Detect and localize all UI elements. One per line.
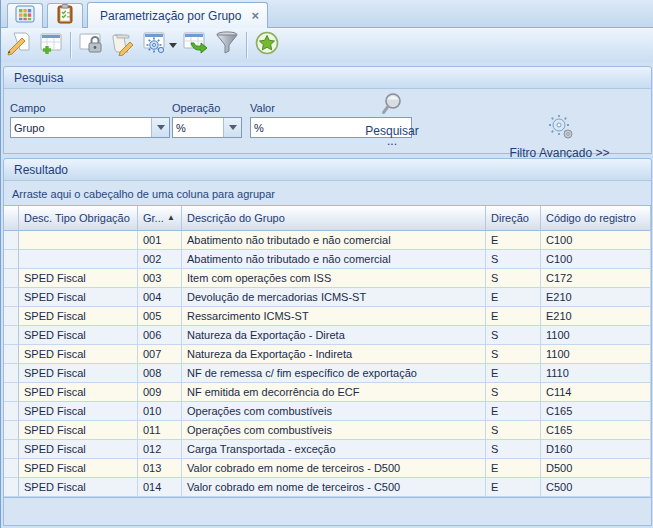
- table-row[interactable]: SPED Fiscal 014 Valor cobrado em nome de…: [4, 478, 651, 497]
- cell-codigo[interactable]: C165: [541, 402, 651, 421]
- cell-descricao[interactable]: Operações com combustíveis: [182, 421, 486, 440]
- cell-grupo[interactable]: 009: [138, 383, 182, 402]
- row-indicator-cell[interactable]: [4, 231, 19, 250]
- cell-direcao[interactable]: E: [486, 459, 541, 478]
- cell-descricao[interactable]: NF emitida em decorrência do ECF: [182, 383, 486, 402]
- table-row[interactable]: SPED Fiscal 012 Carga Transportada - exc…: [4, 440, 651, 459]
- campo-dropdown-button[interactable]: [151, 118, 169, 137]
- row-indicator-cell[interactable]: [4, 250, 19, 269]
- cell-descricao[interactable]: Natureza da Exportação - Direta: [182, 326, 486, 345]
- cell-grupo[interactable]: 011: [138, 421, 182, 440]
- row-indicator-cell[interactable]: [4, 478, 19, 497]
- row-indicator-cell[interactable]: [4, 402, 19, 421]
- table-row[interactable]: SPED Fiscal 003 Item com operações com I…: [4, 269, 651, 288]
- cell-descricao[interactable]: Operações com combustíveis: [182, 402, 486, 421]
- column-header-direcao[interactable]: Direção: [486, 206, 541, 231]
- table-row[interactable]: SPED Fiscal 011 Operações com combustíve…: [4, 421, 651, 440]
- close-icon[interactable]: ×: [251, 9, 259, 22]
- row-indicator-cell[interactable]: [4, 459, 19, 478]
- tab-parametrizacao-por-grupo[interactable]: Parametrização por Grupo ×: [87, 2, 268, 28]
- cell-tipo[interactable]: [19, 231, 138, 250]
- cell-codigo[interactable]: E210: [541, 307, 651, 326]
- cell-descricao[interactable]: Devolução de mercadorias ICMS-ST: [182, 288, 486, 307]
- row-indicator-cell[interactable]: [4, 364, 19, 383]
- cell-direcao[interactable]: E: [486, 364, 541, 383]
- campo-input[interactable]: [11, 118, 151, 137]
- tab-modules[interactable]: [7, 3, 43, 28]
- table-row[interactable]: SPED Fiscal 007 Natureza da Exportação -…: [4, 345, 651, 364]
- cell-descricao[interactable]: Valor cobrado em nome de terceiros - C50…: [182, 478, 486, 497]
- cell-tipo[interactable]: SPED Fiscal: [19, 478, 138, 497]
- filter-button[interactable]: [211, 30, 243, 60]
- cell-grupo[interactable]: 004: [138, 288, 182, 307]
- cell-direcao[interactable]: S: [486, 440, 541, 459]
- table-row[interactable]: SPED Fiscal 009 NF emitida em decorrênci…: [4, 383, 651, 402]
- audit-log-button[interactable]: [107, 30, 139, 60]
- cell-descricao[interactable]: Carga Transportada - exceção: [182, 440, 486, 459]
- cell-grupo[interactable]: 013: [138, 459, 182, 478]
- table-row[interactable]: SPED Fiscal 013 Valor cobrado em nome de…: [4, 459, 651, 478]
- cell-grupo[interactable]: 005: [138, 307, 182, 326]
- table-row[interactable]: SPED Fiscal 008 NF de remessa c/ fim esp…: [4, 364, 651, 383]
- cell-direcao[interactable]: S: [486, 421, 541, 440]
- group-by-hint[interactable]: Arraste aqui o cabeçalho de uma coluna p…: [12, 188, 275, 200]
- cell-descricao[interactable]: Abatimento não tributado e não comercial: [182, 250, 486, 269]
- cell-tipo[interactable]: SPED Fiscal: [19, 345, 138, 364]
- campo-combobox[interactable]: [10, 117, 170, 138]
- operacao-input[interactable]: [173, 118, 223, 137]
- table-row[interactable]: SPED Fiscal 006 Natureza da Exportação -…: [4, 326, 651, 345]
- cell-codigo[interactable]: D160: [541, 440, 651, 459]
- row-indicator-cell[interactable]: [4, 288, 19, 307]
- cell-codigo[interactable]: C500: [541, 478, 651, 497]
- favorite-button[interactable]: [251, 30, 283, 60]
- cell-codigo[interactable]: 1100: [541, 326, 651, 345]
- export-grid-button[interactable]: [179, 30, 211, 60]
- cell-direcao[interactable]: S: [486, 326, 541, 345]
- lock-record-button[interactable]: [75, 30, 107, 60]
- cell-tipo[interactable]: SPED Fiscal: [19, 459, 138, 478]
- cell-direcao[interactable]: E: [486, 288, 541, 307]
- cell-tipo[interactable]: SPED Fiscal: [19, 326, 138, 345]
- column-header-codigo[interactable]: Código do registro: [541, 206, 651, 231]
- add-record-button[interactable]: [35, 30, 67, 60]
- cell-codigo[interactable]: C100: [541, 250, 651, 269]
- cell-grupo[interactable]: 012: [138, 440, 182, 459]
- cell-descricao[interactable]: Abatimento não tributado e não comercial: [182, 231, 486, 250]
- table-row[interactable]: SPED Fiscal 010 Operações com combustíve…: [4, 402, 651, 421]
- cell-tipo[interactable]: SPED Fiscal: [19, 364, 138, 383]
- cell-descricao[interactable]: Natureza da Exportação - Indireta: [182, 345, 486, 364]
- cell-codigo[interactable]: D500: [541, 459, 651, 478]
- cell-direcao[interactable]: E: [486, 231, 541, 250]
- cell-direcao[interactable]: E: [486, 307, 541, 326]
- tab-tasks[interactable]: [47, 3, 83, 28]
- cell-direcao[interactable]: S: [486, 269, 541, 288]
- cell-descricao[interactable]: Ressarcimento ICMS-ST: [182, 307, 486, 326]
- row-indicator-cell[interactable]: [4, 307, 19, 326]
- column-header-tipo-obrigacao[interactable]: Desc. Tipo Obrigação: [19, 206, 138, 231]
- cell-codigo[interactable]: 1100: [541, 345, 651, 364]
- row-indicator-cell[interactable]: [4, 440, 19, 459]
- cell-grupo[interactable]: 001: [138, 231, 182, 250]
- table-row[interactable]: SPED Fiscal 004 Devolução de mercadorias…: [4, 288, 651, 307]
- cell-tipo[interactable]: SPED Fiscal: [19, 307, 138, 326]
- cell-codigo[interactable]: C172: [541, 269, 651, 288]
- row-indicator-cell[interactable]: [4, 326, 19, 345]
- edit-button[interactable]: [3, 30, 35, 60]
- cell-grupo[interactable]: 006: [138, 326, 182, 345]
- table-row[interactable]: 002 Abatimento não tributado e não comer…: [4, 250, 651, 269]
- cell-tipo[interactable]: [19, 250, 138, 269]
- cell-codigo[interactable]: C114: [541, 383, 651, 402]
- cell-descricao[interactable]: NF de remessa c/ fim específico de expor…: [182, 364, 486, 383]
- view-settings-button[interactable]: [139, 30, 179, 60]
- cell-codigo[interactable]: E210: [541, 288, 651, 307]
- cell-tipo[interactable]: SPED Fiscal: [19, 383, 138, 402]
- cell-direcao[interactable]: E: [486, 478, 541, 497]
- cell-tipo[interactable]: SPED Fiscal: [19, 269, 138, 288]
- operacao-combobox[interactable]: [172, 117, 242, 138]
- column-header-descricao[interactable]: Descrição do Grupo: [182, 206, 486, 231]
- table-row[interactable]: 001 Abatimento não tributado e não comer…: [4, 231, 651, 250]
- cell-grupo[interactable]: 003: [138, 269, 182, 288]
- cell-grupo[interactable]: 014: [138, 478, 182, 497]
- cell-descricao[interactable]: Item com operações com ISS: [182, 269, 486, 288]
- filtro-avancado-button[interactable]: Filtro Avançado >>: [492, 115, 627, 160]
